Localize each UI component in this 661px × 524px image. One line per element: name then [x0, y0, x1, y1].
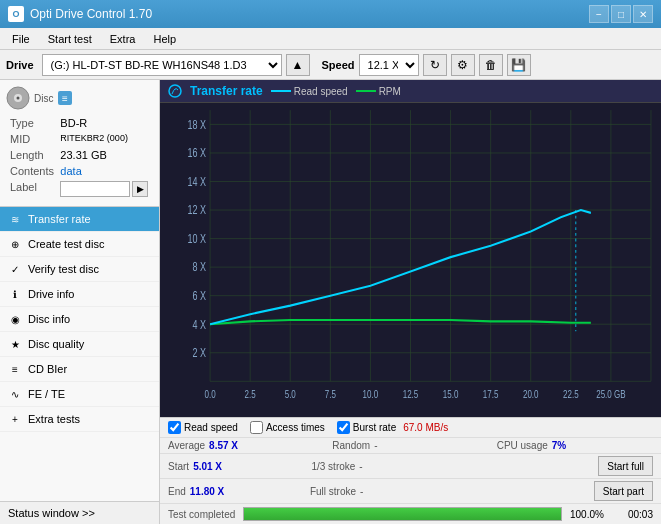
svg-text:8 X: 8 X	[193, 260, 207, 274]
start-full-button[interactable]: Start full	[598, 456, 653, 476]
nav-disc-quality[interactable]: ★ Disc quality	[0, 332, 159, 357]
length-value: 23.31 GB	[58, 148, 151, 162]
nav-extra-tests-label: Extra tests	[28, 413, 80, 425]
nav-fe-te[interactable]: ∿ FE / TE	[0, 382, 159, 407]
read-speed-color	[271, 90, 291, 92]
status-window-label: Status window >>	[8, 507, 95, 519]
nav-items: ≋ Transfer rate ⊕ Create test disc ✓ Ver…	[0, 207, 159, 501]
burst-rate-checkbox[interactable]	[337, 421, 350, 434]
svg-text:10 X: 10 X	[188, 231, 207, 245]
read-speed-checkbox-item: Read speed	[168, 421, 238, 434]
main-layout: Disc ≡ Type BD-R MID RITEKBR2 (000) Leng…	[0, 80, 661, 524]
disc-quality-icon: ★	[8, 337, 22, 351]
drive-label: Drive	[6, 59, 34, 71]
nav-drive-info-label: Drive info	[28, 288, 74, 300]
stroke-1-3-stat: 1/3 stroke -	[311, 461, 446, 472]
nav-verify-test-disc[interactable]: ✓ Verify test disc	[0, 257, 159, 282]
disc-label-btn[interactable]: ▶	[132, 181, 148, 197]
read-speed-legend: Read speed	[271, 86, 348, 97]
erase-button[interactable]: 🗑	[479, 54, 503, 76]
close-button[interactable]: ✕	[633, 5, 653, 23]
nav-transfer-rate[interactable]: ≋ Transfer rate	[0, 207, 159, 232]
svg-point-2	[17, 97, 20, 100]
checkbox-row: Read speed Access times Burst rate 67.0 …	[160, 418, 661, 438]
svg-text:10.0: 10.0	[363, 388, 379, 401]
random-label: Random	[332, 440, 370, 451]
contents-label: Contents	[8, 164, 56, 178]
maximize-button[interactable]: □	[611, 5, 631, 23]
access-times-checkbox[interactable]	[250, 421, 263, 434]
burst-rate-value: 67.0 MB/s	[403, 422, 448, 433]
toolbar: Drive (G:) HL-DT-ST BD-RE WH16NS48 1.D3 …	[0, 50, 661, 80]
burst-rate-checkbox-item: Burst rate 67.0 MB/s	[337, 421, 448, 434]
chart-area: 18 X 16 X 14 X 12 X 10 X 8 X 6 X 4 X 2 X…	[160, 103, 661, 417]
chart-bottom: Read speed Access times Burst rate 67.0 …	[160, 417, 661, 524]
menu-file[interactable]: File	[4, 31, 38, 47]
chart-icon	[168, 84, 182, 98]
read-speed-checkbox[interactable]	[168, 421, 181, 434]
svg-text:≡: ≡	[63, 93, 69, 104]
status-window-button[interactable]: Status window >>	[0, 501, 159, 524]
svg-text:16 X: 16 X	[188, 146, 207, 160]
start-stats-row: Start 5.01 X 1/3 stroke - Start full	[160, 454, 661, 479]
mid-label: MID	[8, 132, 56, 146]
nav-fe-te-label: FE / TE	[28, 388, 65, 400]
nav-cd-bier[interactable]: ≡ CD BIer	[0, 357, 159, 382]
fe-te-icon: ∿	[8, 387, 22, 401]
rpm-legend: RPM	[356, 86, 401, 97]
menu-extra[interactable]: Extra	[102, 31, 144, 47]
start-part-button[interactable]: Start part	[594, 481, 653, 501]
nav-drive-info[interactable]: ℹ Drive info	[0, 282, 159, 307]
full-stroke-stat: Full stroke -	[310, 486, 444, 497]
svg-text:12 X: 12 X	[188, 203, 207, 217]
disc-header-label: Disc	[34, 93, 53, 104]
refresh-button[interactable]: ↻	[423, 54, 447, 76]
disc-label-input[interactable]	[60, 181, 130, 197]
nav-create-test-disc-label: Create test disc	[28, 238, 104, 250]
progress-bar-container	[243, 507, 562, 521]
menu-help[interactable]: Help	[145, 31, 184, 47]
svg-text:5.0: 5.0	[285, 388, 297, 401]
start-label: Start	[168, 461, 189, 472]
eject-button[interactable]: ▲	[286, 54, 310, 76]
svg-text:6 X: 6 X	[193, 288, 207, 302]
drive-select[interactable]: (G:) HL-DT-ST BD-RE WH16NS48 1.D3	[42, 54, 282, 76]
chart-header: Transfer rate Read speed RPM	[160, 80, 661, 103]
nav-disc-info[interactable]: ◉ Disc info	[0, 307, 159, 332]
svg-text:14 X: 14 X	[188, 174, 207, 188]
length-label: Length	[8, 148, 56, 162]
save-button[interactable]: 💾	[507, 54, 531, 76]
nav-extra-tests[interactable]: + Extra tests	[0, 407, 159, 432]
transfer-rate-chart: 18 X 16 X 14 X 12 X 10 X 8 X 6 X 4 X 2 X…	[160, 103, 661, 417]
burst-rate-checkbox-label: Burst rate	[353, 422, 396, 433]
transfer-rate-icon: ≋	[8, 212, 22, 226]
cpu-value: 7%	[552, 440, 566, 451]
access-times-checkbox-label: Access times	[266, 422, 325, 433]
nav-cd-bier-label: CD BIer	[28, 363, 67, 375]
settings-button[interactable]: ⚙	[451, 54, 475, 76]
sidebar: Disc ≡ Type BD-R MID RITEKBR2 (000) Leng…	[0, 80, 160, 524]
full-stroke-label: Full stroke	[310, 486, 356, 497]
type-value: BD-R	[58, 116, 151, 130]
app-icon: O	[8, 6, 24, 22]
disc-label-label: Label	[8, 180, 56, 198]
menu-start-test[interactable]: Start test	[40, 31, 100, 47]
svg-text:7.5: 7.5	[325, 388, 337, 401]
minimize-button[interactable]: −	[589, 5, 609, 23]
svg-text:22.5: 22.5	[563, 388, 579, 401]
svg-text:0.0: 0.0	[205, 388, 217, 401]
nav-create-test-disc[interactable]: ⊕ Create test disc	[0, 232, 159, 257]
chart-title: Transfer rate	[190, 84, 263, 98]
speed-select[interactable]: 12.1 X	[359, 54, 419, 76]
create-test-disc-icon: ⊕	[8, 237, 22, 251]
svg-text:25.0 GB: 25.0 GB	[596, 388, 626, 401]
rpm-color	[356, 90, 376, 92]
status-text: Test completed	[168, 509, 235, 520]
nav-disc-info-label: Disc info	[28, 313, 70, 325]
stroke-1-3-label: 1/3 stroke	[311, 461, 355, 472]
drive-info-icon: ℹ	[8, 287, 22, 301]
verify-test-disc-icon: ✓	[8, 262, 22, 276]
read-speed-legend-label: Read speed	[294, 86, 348, 97]
disc-section: Disc ≡ Type BD-R MID RITEKBR2 (000) Leng…	[0, 80, 159, 207]
disc-info-icon: ◉	[8, 312, 22, 326]
